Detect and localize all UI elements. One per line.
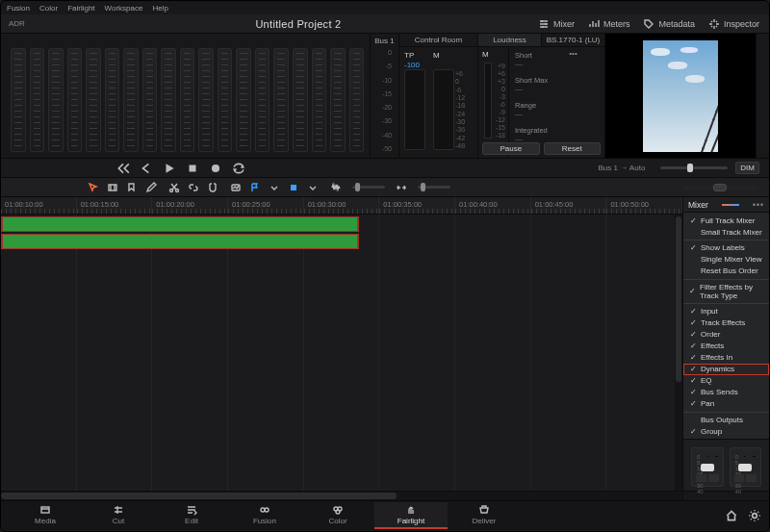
track-meter — [142, 48, 158, 152]
loud-stat-integrated: Integrated— — [515, 126, 599, 143]
link-tool[interactable] — [188, 182, 199, 193]
timecode-cell[interactable]: 01:00:35:00 — [379, 197, 455, 214]
expand-icon[interactable] — [396, 182, 407, 193]
menu-help[interactable]: Help — [152, 4, 167, 13]
mixer-menu-pan[interactable]: ✓Pan — [683, 398, 769, 410]
play-button[interactable] — [163, 162, 176, 175]
marker-tool[interactable] — [126, 182, 138, 193]
timecode-ruler[interactable]: 01:00:10:0001:00:15:0001:00:20:0001:00:2… — [1, 197, 682, 215]
settings-gear-icon[interactable] — [748, 509, 761, 522]
video-preview[interactable] — [605, 34, 756, 158]
page-tab-deliver[interactable]: Deliver — [448, 502, 521, 529]
fader-2[interactable] — [738, 464, 752, 471]
menu-color[interactable]: Color — [39, 4, 58, 13]
check-icon: ✓ — [689, 243, 697, 252]
mixer-menu-group[interactable]: ✓Group — [683, 425, 769, 437]
loudness-reset-button[interactable]: Reset — [544, 142, 602, 155]
dim-button[interactable]: DIM — [735, 162, 759, 174]
pointer-tool[interactable] — [88, 182, 99, 193]
mixer-menu-bus-sends[interactable]: ✓Bus Sends — [683, 387, 769, 398]
page-tab-color[interactable]: Color — [301, 502, 374, 529]
mixer-toggle[interactable]: Mixer — [538, 18, 575, 30]
chevron-down-icon[interactable] — [269, 182, 280, 193]
mixer-menu-input[interactable]: ✓Input — [683, 303, 769, 317]
timeline-h-scrollbar[interactable] — [1, 491, 682, 500]
timeline-v-scrollbar[interactable] — [675, 215, 682, 491]
m-label: M — [433, 51, 440, 60]
timeline[interactable]: 01:00:10:0001:00:15:0001:00:20:0001:00:2… — [1, 197, 682, 500]
pencil-tool[interactable] — [145, 182, 157, 193]
page-tab-media[interactable]: Media — [9, 502, 82, 529]
timecode-cell[interactable]: 01:00:40:00 — [455, 197, 531, 214]
timecode-cell[interactable]: 01:00:30:00 — [304, 197, 380, 214]
automation-tool[interactable] — [230, 182, 242, 193]
metadata-toggle[interactable]: Metadata — [643, 18, 695, 30]
loudness-tab[interactable]: Loudness — [478, 34, 542, 46]
track-meter — [105, 48, 120, 152]
mixer-menu-small-track-mixer[interactable]: Small Track Mixer — [683, 226, 769, 238]
mixer-menu-track-effects[interactable]: ✓Track Effects — [683, 317, 769, 329]
page-tab-fairlight[interactable]: Fairlight — [374, 502, 448, 529]
timeline-overview-scroll[interactable] — [682, 186, 759, 190]
mixer-menu-effects-in[interactable]: ✓Effects In — [683, 352, 769, 364]
monitor-select[interactable]: Bus 1 → Auto — [598, 164, 645, 172]
project-title: Untitled Project 2 — [59, 18, 538, 30]
zoom-slider-2[interactable] — [418, 186, 450, 189]
menu-fusion[interactable]: Fusion — [7, 4, 30, 13]
home-icon[interactable] — [725, 509, 738, 522]
mixer-menu-full-track-mixer[interactable]: ✓Full Track Mixer — [683, 215, 769, 226]
audio-clip-1[interactable] — [1, 216, 359, 232]
zoom-slider-1[interactable] — [352, 186, 385, 189]
cut-tool[interactable] — [168, 182, 180, 193]
mixer-menu-order[interactable]: ✓Order — [683, 329, 769, 341]
square-blue[interactable] — [288, 182, 299, 193]
audio-clip-2[interactable] — [1, 234, 359, 249]
flag-blue[interactable] — [249, 182, 261, 193]
transient-tool[interactable] — [330, 182, 342, 193]
meters-toggle[interactable]: Meters — [588, 18, 630, 30]
mixer-menu-effects[interactable]: ✓Effects — [683, 341, 769, 352]
volume-slider[interactable] — [660, 166, 728, 169]
mixer-menu-dynamics[interactable]: ✓Dynamics — [683, 364, 769, 375]
deliver-icon — [478, 504, 490, 516]
preview-side-scroll[interactable] — [756, 34, 769, 158]
menu-fairlight[interactable]: Fairlight — [67, 4, 94, 13]
timecode-cell[interactable]: 01:00:15:00 — [77, 197, 153, 214]
mixer-options-icon[interactable]: ••• — [753, 200, 764, 210]
mixer-menu-reset-bus-order[interactable]: Reset Bus Order — [683, 266, 769, 277]
mixer-menu-bus-outputs[interactable]: Bus Outputs — [683, 412, 769, 426]
timecode-cell[interactable]: 01:00:25:00 — [228, 197, 304, 214]
mixer-menu-filter-effects-by-track-type[interactable]: ✓Filter Effects by Track Type — [683, 279, 769, 302]
loudness-standard[interactable]: BS.1770-1 (LU) ••• — [542, 34, 604, 46]
snap-tool[interactable] — [207, 182, 218, 193]
adr-label[interactable]: ADR — [1, 19, 59, 28]
track-meter — [218, 48, 233, 152]
loop-button[interactable] — [232, 162, 245, 175]
page-tab-cut[interactable]: Cut — [82, 502, 155, 529]
upper-panels: Bus 1 0-5-10-15-20-30-40-50 Control Room… — [1, 34, 769, 159]
stop-button[interactable] — [186, 162, 199, 175]
channel-strip-2[interactable]: 051015203040 — [730, 447, 762, 487]
timecode-cell[interactable]: 01:00:50:00 — [606, 197, 682, 214]
timecode-cell[interactable]: 01:00:45:00 — [531, 197, 607, 214]
timecode-cell[interactable]: 01:00:10:00 — [1, 197, 77, 214]
timecode-cell[interactable]: 01:00:20:00 — [152, 197, 228, 214]
fader-1[interactable] — [701, 464, 714, 471]
loudness-pause-button[interactable]: Pause — [482, 142, 540, 155]
page-tab-fusion[interactable]: Fusion — [228, 502, 301, 529]
range-tool[interactable] — [107, 182, 118, 193]
mixer-menu-single-mixer-view[interactable]: Single Mixer View — [683, 254, 769, 266]
page-tab-edit[interactable]: Edit — [155, 502, 228, 529]
mixer-menu-show-labels[interactable]: ✓Show Labels — [683, 240, 769, 254]
track-meter — [293, 48, 308, 152]
inspector-toggle[interactable]: Inspector — [708, 18, 759, 30]
chevron-down-icon-2[interactable] — [307, 182, 319, 193]
channel-strip-1[interactable]: 051015203040 — [691, 447, 724, 487]
mixer-menu-eq[interactable]: ✓EQ — [683, 375, 769, 387]
record-button[interactable] — [209, 162, 222, 175]
rewind-button[interactable] — [116, 162, 130, 175]
prev-frame-button[interactable] — [140, 162, 153, 175]
menu-workspace[interactable]: Workspace — [105, 4, 143, 13]
tracks[interactable] — [1, 215, 682, 500]
svg-rect-5 — [291, 185, 296, 190]
